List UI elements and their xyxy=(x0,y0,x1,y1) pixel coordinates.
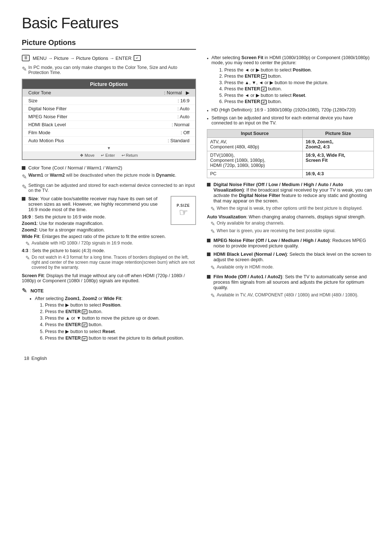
table-row: MPEG Noise Filter : Auto xyxy=(23,113,195,121)
size-zoom1: Zoom1: Use for moderate magnification. xyxy=(22,221,196,226)
table-row: Size : 16:9 xyxy=(23,97,195,105)
table-row: PC 16:9, 4:3 xyxy=(207,169,374,178)
size-section: P.SIZE ☞ Size: Your cable box/satellite … xyxy=(22,196,196,283)
list-item: Press the ENTER↵ button. xyxy=(224,74,374,79)
right-column: • After selecting Screen Fit in HDMI (10… xyxy=(207,38,374,345)
enter-icon: ↵ xyxy=(134,55,141,61)
table-row: Digital Noise Filter : Auto xyxy=(23,105,195,113)
menu-path: ☰ MENU → Picture → Picture Options → ENT… xyxy=(22,55,196,61)
table-row: DTV(1080i),Component (1080i, 1080p),HDMI… xyxy=(207,151,374,169)
size-43-note: ✎ Do not watch in 4:3 format for a long … xyxy=(25,255,196,270)
menu-icon: ☰ xyxy=(22,55,30,61)
picture-options-box: Picture Options Color Tone : Normal ▶ Si… xyxy=(22,79,196,160)
color-tone-note: Color Tone (Cool / Normal / Warm1 / Warm… xyxy=(22,165,196,171)
page-number: 18English xyxy=(22,353,374,362)
dnf-note: ✎ When the signal is weak, try other opt… xyxy=(211,206,374,212)
table-header-source: Input Source xyxy=(207,129,303,137)
screen-fit-note: • After selecting Screen Fit in HDMI (10… xyxy=(207,55,374,65)
settings-note-left: ✎ Settings can be adjusted and stored fo… xyxy=(22,183,196,193)
note-steps: Press the ▶ button to select Position. P… xyxy=(36,302,196,341)
picture-options-footer: ❖ Move ↵ Enter ↩ Return xyxy=(23,152,195,159)
note-block: ✎ NOTE After selecting Zoom1, Zoom2 or W… xyxy=(22,287,196,341)
list-item: Press the ◄ or ▶ button to select Reset. xyxy=(224,93,374,98)
picture-options-header: Picture Options xyxy=(23,79,195,89)
psize-box: P.SIZE ☞ xyxy=(171,196,196,225)
autoviz-note2: ✎ When bar is green, you are receiving t… xyxy=(211,228,374,235)
table-row: Film Mode : Off xyxy=(23,129,195,137)
screen-fit-steps: Press the ◄ or ▶ button to select Positi… xyxy=(216,67,374,104)
pc-note: ✎ In PC mode, you can only make changes … xyxy=(22,65,196,75)
list-item: Press the ENTER↵ button. xyxy=(224,99,374,104)
list-item: Press the ENTER↵ button. xyxy=(45,322,196,327)
hdmi-section: HDMI Black Level (Normal / Low): Selects… xyxy=(207,251,374,262)
list-item: Press the ▲, ▼, ◄ or ▶ button to move th… xyxy=(224,80,374,85)
list-item: Press the ENTER↵ button. xyxy=(224,86,374,91)
hd-note: • HD (High Definition): 16:9 - 1080i/108… xyxy=(207,107,374,114)
page-title: Basic Features xyxy=(22,15,374,32)
list-item: Press the ▶ button to select Position. xyxy=(45,302,196,308)
film-note: ✎ Available in TV, AV, COMPONENT (480i /… xyxy=(211,292,374,299)
table-row: Color Tone : Normal ▶ xyxy=(23,89,195,97)
size-43: 4:3 : Sets the picture to basic (4:3) mo… xyxy=(22,248,196,253)
list-item: Press the ◄ or ▶ button to select Positi… xyxy=(224,67,374,73)
settings-note-right: • Settings can be adjusted and stored fo… xyxy=(207,115,374,126)
warm-note: ✎ Warm1 or Warm2 will be deactivated whe… xyxy=(22,173,196,181)
table-row: ▼ xyxy=(23,145,195,152)
autoviz-heading: Auto Visualization: When changing analog… xyxy=(207,214,374,219)
screenfit-desc: Screen Fit: Displays the full image with… xyxy=(22,273,196,283)
list-item: Press the ENTER↵ button. xyxy=(45,309,196,314)
size-widefit: Wide Fit: Enlarges the aspect ratio of t… xyxy=(22,234,196,239)
list-item: Press the ▶ button to select Reset. xyxy=(45,329,196,334)
hdmi-note: ✎ Available only in HDMI mode. xyxy=(211,264,374,271)
size-hd-note: ✎ Available with HD 1080i / 720p signals… xyxy=(25,241,196,247)
input-source-table: Input Source Picture Size ATV, AV,Compon… xyxy=(207,129,374,178)
dnf-section: Digital Noise Filter (Off / Low / Medium… xyxy=(207,182,374,204)
table-row: HDMI Black Level : Normal xyxy=(23,121,195,129)
list-item: After selecting Zoom1, Zoom2 or Wide Fit… xyxy=(35,296,196,301)
size-zoom2: Zoom2: Use for a stronger magnification. xyxy=(22,227,196,233)
section-title: Picture Options xyxy=(22,38,196,50)
film-section: Film Mode (Off / Auto1 / Auto2): Sets th… xyxy=(207,274,374,290)
size-169: 16:9 : Sets the picture to 16:9 wide mod… xyxy=(22,214,196,219)
mpeg-section: MPEG Noise Filter (Off / Low / Medium / … xyxy=(207,238,374,249)
table-row: ATV, AV,Component (480i, 480p) 16:9, Zoo… xyxy=(207,137,374,151)
table-header-size: Picture Size xyxy=(303,129,374,137)
autoviz-note1: ✎ Only available for analog channels. xyxy=(211,221,374,227)
list-item: Press the ENTER↵ button to reset the pic… xyxy=(45,336,196,341)
list-item: Press the ▲ or ▼ button to move the pict… xyxy=(45,316,196,321)
table-row: Auto Motion Plus : Standard xyxy=(23,137,195,145)
